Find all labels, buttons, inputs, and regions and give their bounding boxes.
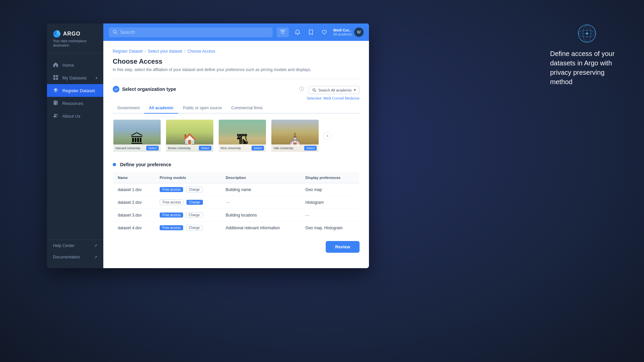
expand-icon: ▾	[96, 76, 97, 80]
org-search-dropdown[interactable]: Search All academic ▾	[309, 86, 360, 94]
svg-rect-7	[54, 101, 56, 102]
org-check-icon	[113, 86, 119, 93]
pref-section-title: Define your preference	[120, 162, 360, 167]
heart-icon[interactable]	[320, 27, 329, 37]
svg-rect-9	[57, 101, 58, 105]
org-info-icon[interactable]: ⓘ	[299, 86, 304, 92]
topbar: Weill Cor.. All academic W	[103, 23, 369, 41]
help-center-icon: ↗	[94, 243, 97, 248]
globe-icon	[577, 23, 597, 44]
tab-commercial[interactable]: Commercial firms	[226, 103, 267, 114]
help-center-link[interactable]: Help Center ↗	[47, 240, 103, 251]
ds3-free-badge[interactable]: Free access	[160, 213, 183, 218]
right-panel-text: Define access of your datasets in Argo w…	[550, 49, 624, 86]
ds1-charge-badge[interactable]: Charge	[186, 187, 203, 192]
ds3-pricing: Free access Charge	[155, 209, 221, 222]
ds3-charge-badge[interactable]: Charge	[186, 212, 203, 218]
user-name: Weill Cor..	[333, 28, 352, 33]
ds4-free-badge[interactable]: Free access	[160, 225, 183, 230]
ds2-free-badge[interactable]: Free access	[160, 199, 184, 205]
sidebar-item-about-us[interactable]: About Us	[47, 110, 103, 122]
col-desc: Description	[221, 172, 301, 183]
ds2-display: Histogram	[301, 196, 360, 209]
harvard-select-btn[interactable]: Select	[146, 146, 159, 150]
main-area: Weill Cor.. All academic W Register Data…	[103, 23, 369, 268]
breadcrumb: Register Dataset / Select your dataset /…	[113, 49, 360, 54]
ds3-display: —	[301, 209, 360, 222]
breadcrumb-select[interactable]: Select your dataset	[148, 49, 182, 54]
people-icon	[53, 113, 59, 119]
svg-point-14	[313, 88, 315, 91]
breadcrumb-register[interactable]: Register Dataset	[113, 49, 143, 54]
uni-card-harvard[interactable]: Harvard University Select	[113, 119, 161, 153]
tab-government[interactable]: Government	[113, 103, 144, 114]
brown-select-btn[interactable]: Select	[199, 146, 211, 150]
ds1-free-badge[interactable]: Free access	[160, 187, 183, 192]
uni-card-yale[interactable]: Yale University Select	[271, 119, 319, 153]
search-input[interactable]	[120, 29, 269, 35]
topbar-right: Weill Cor.. All academic W	[293, 27, 364, 37]
uni-card-rice[interactable]: Rice University Select	[218, 119, 267, 153]
upload-icon	[53, 87, 59, 94]
user-avatar: W	[354, 27, 364, 37]
logo-area: ARGO Your data marketplace destination	[47, 23, 103, 53]
pref-section-header: Define your preference	[113, 162, 360, 167]
review-button[interactable]: Review	[326, 241, 360, 253]
search-box[interactable]	[109, 27, 273, 37]
ds4-name: dataset 4.dsv	[113, 222, 155, 234]
org-section-title: Select organization type	[122, 86, 297, 92]
sidebar-item-my-datasets[interactable]: My Datasets ▾	[47, 71, 103, 84]
right-panel: Define access of your datasets in Argo w…	[550, 23, 624, 86]
yale-select-btn[interactable]: Select	[304, 146, 317, 150]
sidebar-bottom: Help Center ↗ Documentation ↗	[47, 240, 103, 268]
user-text: Weill Cor.. All academic	[333, 28, 352, 36]
ds1-desc: Building name	[221, 183, 301, 196]
col-name: Name	[113, 172, 155, 183]
page-title: Choose Access	[113, 58, 360, 65]
filter-button[interactable]	[277, 27, 289, 37]
user-info[interactable]: Weill Cor.. All academic W	[333, 27, 364, 37]
ds4-charge-badge[interactable]: Charge	[186, 225, 203, 231]
bookmark-icon[interactable]	[306, 27, 316, 37]
ds2-pricing: Free access Charge	[155, 196, 221, 209]
tab-all-academic[interactable]: All academic	[144, 103, 178, 114]
svg-point-11	[56, 114, 58, 115]
my-datasets-label: My Datasets	[62, 75, 87, 80]
home-label: Home	[62, 63, 74, 68]
yale-label: Yale University Select	[271, 144, 319, 152]
pref-dot-icon	[113, 163, 116, 166]
col-pricing: Pricing models	[155, 172, 221, 183]
sidebar-item-register-dataset[interactable]: Register Dataset	[47, 84, 103, 97]
sidebar-item-resources[interactable]: Resources	[47, 97, 103, 110]
tab-public-open[interactable]: Public or open source	[178, 103, 226, 114]
search-icon	[113, 29, 117, 35]
ds2-desc: —	[221, 196, 301, 209]
documentation-link[interactable]: Documentation ↗	[47, 251, 103, 263]
ds2-charge-badge[interactable]: Charge	[186, 200, 203, 205]
university-cards: Harvard University Select Brown Universi…	[113, 119, 360, 153]
table-row: dataset 4.dsv Free access Charge Additio…	[113, 222, 360, 234]
ds4-display: Geo map, Histogram	[301, 222, 360, 234]
rice-select-btn[interactable]: Select	[252, 146, 264, 150]
uni-card-brown[interactable]: Brown University Select	[165, 119, 214, 153]
app-subtitle: Your data marketplace destination	[53, 39, 97, 48]
documentation-label: Documentation	[53, 255, 80, 259]
svg-point-10	[54, 114, 56, 116]
ds1-pricing: Free access Charge	[155, 183, 221, 196]
breadcrumb-current: Choose Access	[187, 49, 215, 54]
ds4-desc: Additional relevant information	[221, 222, 301, 234]
content-area: Register Dataset / Select your dataset /…	[103, 41, 369, 268]
ds4-pricing: Free access Charge	[155, 222, 221, 234]
ds1-display: Geo map	[301, 183, 360, 196]
table-row: dataset 3.dsv Free access Charge Buildin…	[113, 209, 360, 222]
yale-name: Yale University	[273, 146, 293, 150]
review-row: Review	[113, 241, 360, 253]
svg-rect-8	[54, 102, 56, 102]
rice-name: Rice University	[221, 146, 241, 150]
notification-icon[interactable]	[293, 27, 302, 37]
sidebar: ARGO Your data marketplace destination H…	[47, 23, 103, 268]
selected-info: Selected: Weill Cornell Medicine	[307, 96, 360, 100]
cards-next-btn[interactable]: ›	[323, 132, 331, 140]
col-display: Display preferences	[301, 172, 360, 183]
sidebar-item-home[interactable]: Home	[47, 59, 103, 71]
